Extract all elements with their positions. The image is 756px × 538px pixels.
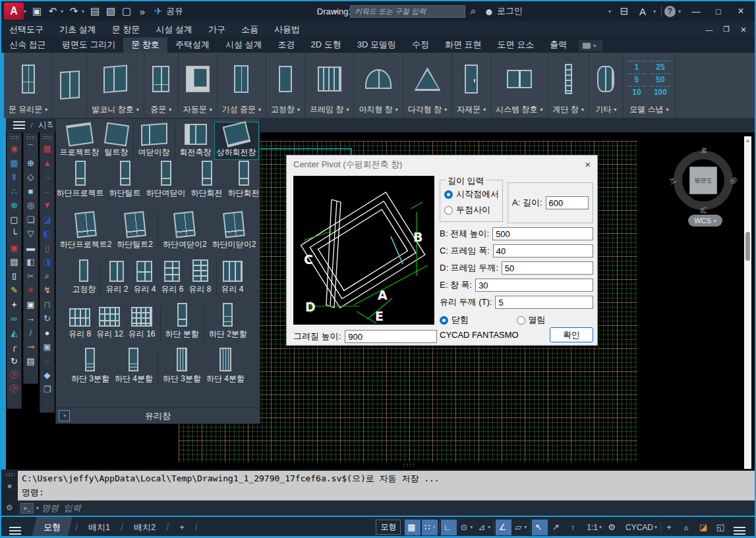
- flyout-item-bottom-tilt[interactable]: 하단틸트: [107, 159, 143, 200]
- radio-from-start[interactable]: [444, 190, 453, 199]
- divider[interactable]: [494, 522, 494, 533]
- toolbar-grip[interactable]: [43, 136, 52, 139]
- box3d-icon[interactable]: ■: [24, 184, 38, 199]
- model-space-button[interactable]: 모형: [376, 520, 401, 535]
- grid-display-icon[interactable]: ▦: [405, 520, 421, 535]
- vertical-scrollbar[interactable]: ▲: [744, 136, 751, 469]
- redo-caret-icon[interactable]: ▾: [82, 9, 87, 14]
- polyline-icon[interactable]: └: [7, 227, 21, 241]
- menu-item[interactable]: 선택도구: [1, 22, 51, 38]
- new-file-icon[interactable]: ▢: [119, 3, 134, 19]
- pin-flyout-button[interactable]: ◔: [59, 410, 70, 421]
- flyout-item-project-window[interactable]: 프로젝트창: [58, 122, 102, 159]
- share-icon[interactable]: ✈: [150, 3, 166, 19]
- explode-icon[interactable]: ✳: [24, 283, 38, 298]
- layout-menu-icon[interactable]: [9, 527, 21, 528]
- flyout-item-glass-8[interactable]: 유리 8: [187, 258, 214, 296]
- panel-icon[interactable]: ▯: [40, 241, 54, 256]
- command-grip[interactable]: [5, 473, 15, 476]
- login-caret-icon[interactable]: ▾: [608, 9, 614, 14]
- object-snap-icon[interactable]: ▱▾: [513, 520, 529, 535]
- draw-height-input[interactable]: 900: [345, 330, 437, 343]
- annotation-autoscale-icon[interactable]: ↗: [549, 520, 565, 535]
- flyout-item-bottom-casement[interactable]: 하단여닫이: [144, 159, 188, 200]
- customize-status-bar-icon[interactable]: [734, 527, 745, 528]
- graphics-performance-icon[interactable]: ◪: [697, 520, 712, 535]
- move-icon[interactable]: +: [7, 298, 21, 312]
- workspace-switcher[interactable]: CYCAD▾: [622, 520, 659, 535]
- doc-restore-button[interactable]: ❐: [718, 23, 735, 36]
- divider[interactable]: [175, 122, 175, 159]
- window-grid-icon[interactable]: ▦: [7, 156, 21, 171]
- menu-item[interactable]: 사용법: [266, 22, 308, 38]
- toolbar-grip[interactable]: [10, 136, 19, 139]
- copy-icon[interactable]: ∞: [7, 311, 21, 326]
- flyout-item-bottom-split[interactable]: 하단 분할: [163, 302, 201, 341]
- dialog-field-input[interactable]: 500: [492, 227, 593, 240]
- radio-closed[interactable]: [440, 316, 448, 325]
- menu-item[interactable]: 문 창문: [104, 22, 148, 38]
- 출력[interactable]: 출력: [542, 38, 575, 53]
- ribbon-item-system-window[interactable]: 시스템 창호▾: [491, 53, 548, 118]
- shapes-icon[interactable]: ❏: [24, 213, 38, 227]
- doc-minimize-button[interactable]: —: [701, 23, 718, 36]
- film-icon[interactable]: ▤: [24, 354, 38, 369]
- dynamic-input-icon[interactable]: ∠: [496, 520, 511, 535]
- divider[interactable]: [216, 261, 217, 296]
- annotation-scale-icon[interactable]: ↑: [566, 520, 582, 535]
- flyout-item-bottom-2split[interactable]: 하단 2분할: [207, 302, 249, 341]
- divider[interactable]: [530, 522, 531, 533]
- menu-item[interactable]: 시설 설계: [148, 22, 200, 38]
- clean-screen-icon[interactable]: ◱: [714, 520, 730, 535]
- 3D 모델링[interactable]: 3D 모델링: [349, 38, 404, 53]
- arrow-left-red-icon[interactable]: ←: [40, 184, 54, 199]
- divider[interactable]: [204, 306, 204, 341]
- settings-chain-icon[interactable]: ⊕: [7, 198, 21, 213]
- slab-icon[interactable]: ▬: [24, 241, 38, 256]
- flyout-item-bottom-project2[interactable]: 하단프로젝트2: [58, 211, 114, 252]
- arc-icon[interactable]: ⌒: [24, 142, 38, 156]
- blue-door2-icon[interactable]: ◨: [40, 255, 54, 269]
- command-history[interactable]: C:\Users\jeffy\AppData\Local\Temp\Drawin…: [18, 471, 755, 500]
- 수정[interactable]: 수정: [404, 38, 437, 53]
- flyout-item-glass-2[interactable]: 유리 2: [103, 259, 130, 296]
- dialog-field-input[interactable]: 40: [493, 244, 593, 257]
- model-snap-value[interactable]: 25: [651, 61, 670, 72]
- flyout-item-glass-4[interactable]: 유리 4: [131, 259, 158, 296]
- scroll-up-icon[interactable]: ▲: [744, 138, 751, 144]
- menu-item[interactable]: 소품: [233, 22, 266, 38]
- arrow-right-red-icon[interactable]: →: [40, 170, 54, 184]
- command-prompt-icon[interactable]: >_: [20, 503, 34, 514]
- radio-open[interactable]: [517, 316, 525, 325]
- rectangle-icon[interactable]: ▢: [7, 213, 21, 227]
- dialog-title-bar[interactable]: Center Pivot (수평회전축 창) ×: [287, 155, 597, 173]
- divider[interactable]: [158, 350, 158, 386]
- more-commands-icon[interactable]: »: [134, 3, 150, 19]
- flyout-item-pivot-window[interactable]: 회전축창: [178, 122, 214, 159]
- cone-icon[interactable]: ▽: [24, 227, 38, 241]
- ribbon-item-polygon-window[interactable]: 다각형 창▾: [403, 53, 452, 118]
- table-icon[interactable]: ▤: [7, 255, 21, 269]
- flyout-item-bottom-tilt2[interactable]: 하단틸트2: [115, 211, 155, 252]
- flyout-item-bottom-4split-v[interactable]: 하단 4분할: [204, 346, 247, 386]
- render-icon[interactable]: ❐: [40, 383, 54, 397]
- layout-tab-layout2[interactable]: 배치2: [125, 517, 165, 537]
- align-icon[interactable]: →: [24, 311, 38, 326]
- scissors-icon[interactable]: ✂: [24, 269, 38, 284]
- flyout-item-bottom-sliding2[interactable]: 하단미닫이2: [210, 211, 258, 252]
- flyout-item-glass-8-wide[interactable]: 유리 8: [67, 307, 93, 341]
- 시설 설계[interactable]: 시설 설계: [218, 38, 270, 53]
- model-snap-value[interactable]: 1: [628, 61, 645, 72]
- search-input[interactable]: 키워드 또는 구절 입력: [350, 5, 465, 18]
- scrollbar-thumb[interactable]: [745, 232, 750, 261]
- circle-icon[interactable]: ⊕: [24, 156, 38, 171]
- command-input[interactable]: >_ ▾ 명령 입력: [18, 500, 755, 516]
- flyout-item-glass-12[interactable]: 유리 12: [94, 306, 125, 341]
- ribbon-item-material-door[interactable]: 자재문▾: [452, 53, 491, 118]
- flyout-item-glass-4-wide[interactable]: 유리 4: [219, 259, 246, 296]
- undo-icon[interactable]: ↶: [45, 3, 61, 19]
- red-rect-icon[interactable]: ▣: [7, 241, 21, 256]
- break-icon[interactable]: /: [24, 326, 38, 340]
- ribbon-item-fixed-window[interactable]: 고정창▾: [266, 53, 305, 118]
- ribbon-item-etc[interactable]: 기타▾: [589, 53, 624, 118]
